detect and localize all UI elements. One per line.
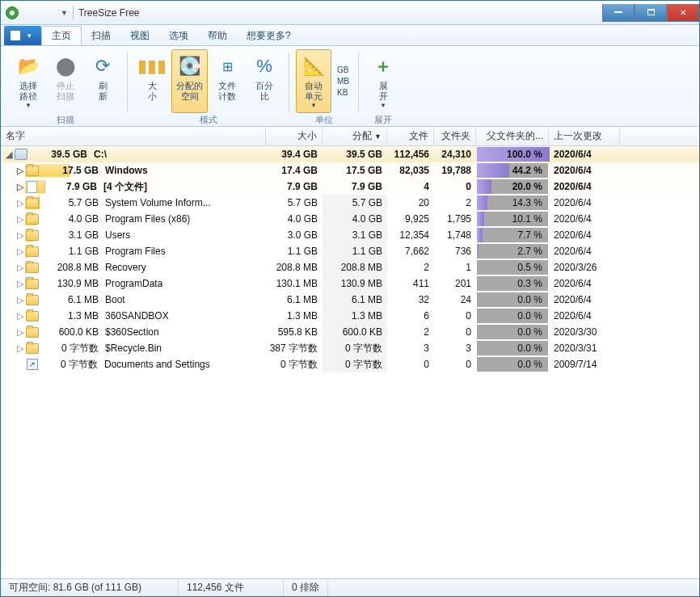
size-in-name: 5.7 GB	[42, 197, 105, 208]
tree-row[interactable]: ▷7.9 GB[4 个文件]7.9 GB7.9 GB4020.0 %2020/6…	[1, 179, 699, 195]
cell-files: 112,456	[387, 149, 434, 160]
cell-percent: 2.7 %	[476, 243, 549, 259]
cell-folders: 24	[434, 294, 476, 305]
cell-alloc: 130.9 MB	[323, 275, 387, 292]
col-percent[interactable]: 父文件夹的...	[476, 127, 549, 145]
expander-icon[interactable]: ▷	[15, 311, 25, 322]
mode-filecount-button[interactable]: ⊞ 文件 计数	[209, 49, 245, 113]
tab-3[interactable]: 选项	[159, 26, 198, 45]
size-in-name: 6.1 MB	[42, 294, 105, 305]
maximize-button[interactable]	[635, 4, 667, 22]
item-name: $Recycle.Bin	[105, 343, 162, 354]
tree-row[interactable]: ▷3.1 GBUsers3.0 GB3.1 GB12,3541,7487.7 %…	[1, 227, 699, 243]
cell-alloc: 3.1 GB	[323, 227, 387, 243]
mode-allocated-button[interactable]: 💽 分配的 空间	[171, 49, 208, 113]
expander-icon[interactable]: ▷	[15, 263, 25, 273]
unit-gb[interactable]: GB	[335, 65, 352, 75]
tree-row[interactable]: ▷1.3 MB360SANDBOX1.3 MB1.3 MB600.0 %2020…	[1, 308, 699, 324]
col-alloc[interactable]: 分配 ▼	[323, 127, 387, 145]
cell-percent: 0.0 %	[476, 308, 549, 324]
cell-folders: 3	[434, 343, 476, 354]
expander-icon[interactable]: ▷	[15, 214, 25, 225]
cell-size: 17.4 GB	[266, 165, 323, 176]
file-menu-button[interactable]	[4, 26, 41, 45]
expander-icon[interactable]: ▷	[15, 295, 25, 305]
unit-quick-list: GB MB KB	[335, 49, 352, 113]
folder-icon	[26, 327, 39, 338]
group-label: 单位	[315, 113, 333, 126]
ribbon-group-mode: ▮▮▮ 大 小 💽 分配的 空间 ⊞ 文件 计数 % 百分 比 模式	[129, 49, 287, 126]
auto-unit-button[interactable]: 📐 自动 单元 ▼	[296, 49, 331, 113]
unit-mb[interactable]: MB	[335, 76, 352, 86]
link-icon: ↗	[27, 359, 38, 370]
tab-0[interactable]: 主页	[41, 26, 82, 45]
tree-body[interactable]: ◢ 39.5 GB C:\ 39.4 GB 39.5 GB 112,456 24…	[1, 146, 699, 578]
expander-icon[interactable]: ▷	[15, 230, 25, 241]
tree-row[interactable]: ▷0 字节数$Recycle.Bin387 字节数0 字节数330.0 %202…	[1, 340, 699, 356]
col-files[interactable]: 文件	[387, 127, 434, 145]
expand-button[interactable]: ＋ 展 开 ▼	[365, 49, 401, 113]
expander-icon[interactable]: ▷	[15, 166, 25, 176]
plus-icon: ＋	[370, 53, 396, 79]
expander-icon[interactable]: ▷	[15, 182, 25, 192]
tree-row[interactable]: ▷1.1 GBProgram Files1.1 GB1.1 GB7,662736…	[1, 243, 699, 259]
cell-percent: 0.0 %	[476, 340, 549, 356]
expander-icon[interactable]: ◢	[4, 149, 14, 160]
tab-1[interactable]: 扫描	[82, 26, 120, 45]
tab-2[interactable]: 视图	[120, 26, 159, 45]
select-path-button[interactable]: 📂 选择 路径 ▼	[11, 49, 46, 113]
close-button[interactable]: ✕	[667, 4, 699, 22]
ribbon-group-unit: 📐 自动 单元 ▼ GB MB KB 单位	[291, 49, 356, 126]
qat-dropdown-icon[interactable]: ▼	[61, 9, 68, 17]
cell-folders: 736	[434, 246, 476, 257]
col-modified[interactable]: 上一次更改	[549, 127, 620, 145]
expander-icon[interactable]: ▷	[15, 198, 25, 208]
expander-icon[interactable]: ▷	[15, 279, 25, 289]
col-name[interactable]: 名字	[1, 127, 266, 145]
sort-desc-icon: ▼	[374, 132, 382, 141]
status-file-count: 112,456 文件	[179, 579, 284, 596]
expander-icon[interactable]: ▷	[15, 246, 25, 257]
tree-row[interactable]: ▷17.5 GBWindows17.4 GB17.5 GB82,03519,78…	[1, 162, 699, 179]
window-title: TreeSize Free	[78, 7, 140, 19]
col-size[interactable]: 大小	[266, 127, 323, 145]
cell-alloc: 6.1 MB	[323, 292, 387, 308]
cell-modified: 2020/6/4	[549, 165, 620, 176]
tree-row[interactable]: ▷5.7 GBSystem Volume Inform...5.7 GB5.7 …	[1, 195, 699, 211]
item-name: Boot	[105, 294, 125, 305]
expander-icon[interactable]: ▷	[15, 343, 25, 354]
cell-files: 411	[387, 278, 434, 289]
tab-5[interactable]: 想要更多?	[237, 26, 301, 45]
folder-icon	[26, 166, 39, 176]
cell-folders: 1	[434, 262, 476, 273]
item-name: $360Section	[105, 326, 159, 338]
refresh-button[interactable]: ⟳ 刷 新	[85, 49, 120, 113]
stop-scan-button[interactable]: ⬤ 停止 扫描	[48, 49, 83, 113]
expander-icon[interactable]: ▷	[15, 327, 25, 338]
tree-row[interactable]: ▷4.0 GBProgram Files (x86)4.0 GB4.0 GB9,…	[1, 211, 699, 227]
chevron-down-icon: ▼	[310, 102, 317, 109]
tree-row[interactable]: ↗0 字节数Documents and Settings0 字节数0 字节数00…	[1, 356, 699, 372]
unit-kb[interactable]: KB	[335, 87, 352, 98]
group-separator	[358, 53, 359, 111]
cell-files: 2	[387, 262, 434, 273]
ribbon: 📂 选择 路径 ▼ ⬤ 停止 扫描 ⟳ 刷 新 扫描 ▮▮▮	[1, 46, 699, 127]
group-separator	[127, 53, 128, 111]
tree-row[interactable]: ▷600.0 KB$360Section595.8 KB600.0 KB200.…	[1, 324, 699, 340]
tree-row-root[interactable]: ◢ 39.5 GB C:\ 39.4 GB 39.5 GB 112,456 24…	[1, 146, 699, 162]
mode-percent-button[interactable]: % 百分 比	[247, 49, 282, 113]
drive-icon	[15, 149, 27, 160]
size-in-name: 0 字节数	[42, 342, 105, 355]
col-folders[interactable]: 文件夹	[434, 127, 476, 145]
mode-size-button[interactable]: ▮▮▮ 大 小	[134, 49, 170, 113]
group-label: 模式	[200, 113, 217, 126]
tree-row[interactable]: ▷6.1 MBBoot6.1 MB6.1 MB32240.0 %2020/6/4	[1, 292, 699, 308]
tree-row[interactable]: ▷130.9 MBProgramData130.1 MB130.9 MB4112…	[1, 275, 699, 292]
tree-row[interactable]: ▷208.8 MBRecovery208.8 MB208.8 MB210.5 %…	[1, 259, 699, 275]
folder-icon	[26, 214, 39, 225]
cell-size: 4.0 GB	[266, 213, 323, 225]
size-in-name: 7.9 GB	[40, 181, 103, 192]
minimize-button[interactable]	[602, 4, 635, 22]
cell-size: 5.7 GB	[266, 197, 323, 208]
tab-4[interactable]: 帮助	[198, 26, 237, 45]
